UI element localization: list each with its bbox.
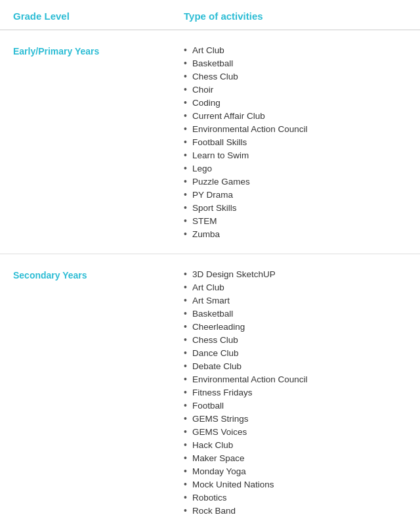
activities-list: Art ClubBasketballChess ClubChoirCodingC… [184, 43, 407, 240]
table-row: Early/Primary YearsArt ClubBasketballChe… [0, 30, 420, 254]
table-body: Early/Primary YearsArt ClubBasketballChe… [0, 30, 420, 517]
list-item: Lego [184, 162, 407, 175]
page-container: Grade Level Type of activities Early/Pri… [0, 0, 420, 517]
grade-cell: Early/Primary Years [13, 43, 184, 56]
list-item: GEMS Voices [184, 425, 407, 438]
list-item: Choir [184, 83, 407, 96]
list-item: Sport Skills [184, 201, 407, 214]
list-item: Football [184, 399, 407, 412]
list-item: Zumba [184, 227, 407, 240]
list-item: GEMS Strings [184, 412, 407, 425]
activities-list: 3D Design SketchUPArt ClubArt SmartBaske… [184, 267, 407, 517]
list-item: Chess Club [184, 333, 407, 346]
list-item: Rock Band [184, 504, 407, 517]
list-item: Environmental Action Council [184, 122, 407, 135]
list-item: Dance Club [184, 346, 407, 359]
list-item: Robotics [184, 491, 407, 504]
list-item: Coding [184, 96, 407, 109]
list-item: Current Affair Club [184, 109, 407, 122]
list-item: Hack Club [184, 438, 407, 451]
list-item: Art Smart [184, 294, 407, 307]
list-item: Chess Club [184, 70, 407, 83]
list-item: Cheerleading [184, 320, 407, 333]
list-item: Debate Club [184, 359, 407, 372]
header-grade: Grade Level [13, 11, 184, 22]
list-item: Mock United Nations [184, 478, 407, 491]
list-item: Monday Yoga [184, 464, 407, 478]
list-item: Art Club [184, 281, 407, 294]
list-item: PY Drama [184, 188, 407, 201]
list-item: Maker Space [184, 451, 407, 464]
table-row: Secondary Years3D Design SketchUPArt Clu… [0, 254, 420, 517]
list-item: Fitness Fridays [184, 386, 407, 399]
table-header: Grade Level Type of activities [0, 0, 420, 30]
list-item: 3D Design SketchUP [184, 267, 407, 281]
list-item: Art Club [184, 43, 407, 56]
list-item: Learn to Swim [184, 148, 407, 162]
list-item: Environmental Action Council [184, 372, 407, 386]
activities-cell: 3D Design SketchUPArt ClubArt SmartBaske… [184, 267, 407, 517]
activities-cell: Art ClubBasketballChess ClubChoirCodingC… [184, 43, 407, 240]
list-item: STEM [184, 214, 407, 227]
list-item: Basketball [184, 307, 407, 320]
list-item: Football Skills [184, 135, 407, 148]
list-item: Basketball [184, 56, 407, 70]
header-activities: Type of activities [184, 11, 407, 22]
list-item: Puzzle Games [184, 175, 407, 188]
grade-cell: Secondary Years [13, 267, 184, 281]
